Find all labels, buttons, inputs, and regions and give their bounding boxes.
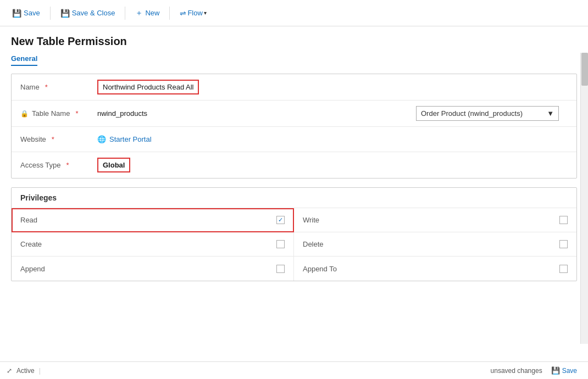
website-link[interactable]: 🌐 Starter Portal xyxy=(97,135,568,143)
unsaved-label: unsaved changes xyxy=(491,367,542,375)
new-label: New xyxy=(145,9,159,17)
name-value: Northwind Products Read All xyxy=(97,80,568,94)
main-content: New Table Permission General Name * Nort… xyxy=(0,26,588,361)
privilege-row-append: Append xyxy=(12,257,294,281)
privilege-checkbox-read[interactable] xyxy=(276,216,285,224)
statusbar-save-icon: 💾 xyxy=(551,366,560,375)
statusbar-right: unsaved changes 💾 Save xyxy=(491,365,581,376)
separator-1 xyxy=(50,7,51,20)
access-type-required: * xyxy=(66,161,69,169)
table-name-text: nwind_products xyxy=(97,109,147,118)
flow-label: Flow xyxy=(187,9,202,17)
privilege-row-write: Write xyxy=(294,208,576,232)
scrollbar-thumb[interactable] xyxy=(581,53,588,86)
privilege-row-read: Read xyxy=(12,208,294,232)
website-value: 🌐 Starter Portal xyxy=(97,135,568,143)
privilege-row-append-to: Append To xyxy=(294,257,576,281)
status-separator: | xyxy=(39,367,41,375)
website-row: Website * 🌐 Starter Portal xyxy=(12,127,576,152)
table-name-value-area: nwind_products xyxy=(97,109,416,118)
access-type-field[interactable]: Global xyxy=(97,158,130,172)
privilege-row-delete: Delete xyxy=(294,232,576,257)
privilege-checkbox-write[interactable] xyxy=(559,216,568,224)
separator-2 xyxy=(125,7,125,20)
new-button[interactable]: ＋ New xyxy=(130,5,165,21)
page-title: New Table Permission xyxy=(11,35,577,48)
status-label: Active xyxy=(16,367,35,375)
flow-button[interactable]: ⇌ Flow ▾ xyxy=(174,6,212,20)
access-type-row: Access Type * Global xyxy=(12,152,576,178)
table-name-row: 🔒 Table Name * nwind_products Order Prod… xyxy=(12,101,576,127)
table-name-label: 🔒 Table Name * xyxy=(20,109,97,118)
statusbar-left: ⤢ Active | xyxy=(7,367,41,375)
scrollbar-track[interactable] xyxy=(580,53,588,344)
privilege-label-create: Create xyxy=(20,240,276,248)
table-name-required: * xyxy=(75,109,78,118)
table-name-dropdown[interactable]: Order Product (nwind_products) ▼ xyxy=(416,106,559,121)
privilege-grid: Read Write Create Delete xyxy=(12,208,576,281)
flow-icon: ⇌ xyxy=(180,9,186,18)
dropdown-value: Order Product (nwind_products) xyxy=(421,109,523,118)
dropdown-arrow-icon: ▼ xyxy=(547,109,554,118)
privilege-label-append-to: Append To xyxy=(303,265,559,273)
plus-icon: ＋ xyxy=(135,8,143,18)
privilege-checkbox-append-to[interactable] xyxy=(559,265,568,273)
access-type-value: Global xyxy=(97,158,568,172)
save-button[interactable]: 💾 Save xyxy=(7,6,46,20)
name-row: Name * Northwind Products Read All xyxy=(12,74,576,101)
privilege-label-write: Write xyxy=(303,216,559,224)
general-form-card: Name * Northwind Products Read All 🔒 Tab… xyxy=(11,74,577,179)
name-label: Name * xyxy=(20,83,97,91)
statusbar-save-button[interactable]: 💾 Save xyxy=(547,365,581,376)
privilege-checkbox-create[interactable] xyxy=(276,240,285,248)
privileges-card: Privileges Read Write Create xyxy=(11,187,577,281)
privilege-label-delete: Delete xyxy=(303,240,559,248)
privilege-label-read: Read xyxy=(20,216,276,224)
save-close-label: Save & Close xyxy=(72,9,115,17)
save-close-button[interactable]: 💾 Save & Close xyxy=(55,6,121,20)
lock-icon: 🔒 xyxy=(20,110,29,118)
save-icon: 💾 xyxy=(12,9,21,18)
access-type-label: Access Type * xyxy=(20,161,97,169)
name-required: * xyxy=(45,83,48,91)
statusbar-save-label: Save xyxy=(562,367,577,375)
name-field-value[interactable]: Northwind Products Read All xyxy=(97,80,199,94)
privileges-header: Privileges xyxy=(12,188,576,208)
chevron-down-icon: ▾ xyxy=(204,10,207,16)
privilege-checkbox-append[interactable] xyxy=(276,265,285,273)
privilege-row-create: Create xyxy=(12,232,294,257)
statusbar: ⤢ Active | unsaved changes 💾 Save xyxy=(0,361,588,379)
globe-icon: 🌐 xyxy=(97,135,106,143)
main-wrapper: New Table Permission General Name * Nort… xyxy=(0,26,588,361)
expand-icon[interactable]: ⤢ xyxy=(7,367,12,375)
website-label: Website * xyxy=(20,135,97,143)
toolbar: 💾 Save 💾 Save & Close ＋ New ⇌ Flow ▾ xyxy=(0,0,588,26)
privilege-label-append: Append xyxy=(20,265,276,273)
save-label: Save xyxy=(24,9,40,17)
tab-general[interactable]: General xyxy=(11,54,37,66)
separator-3 xyxy=(169,7,170,20)
save-close-icon: 💾 xyxy=(60,9,70,18)
website-required: * xyxy=(52,135,54,143)
privilege-checkbox-delete[interactable] xyxy=(559,240,568,248)
